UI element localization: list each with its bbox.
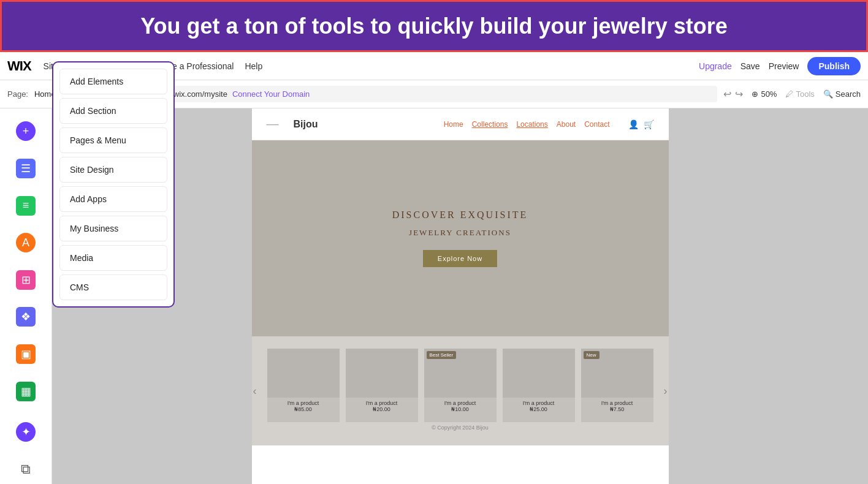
site-nav-contact[interactable]: Contact [584,120,609,129]
search-button[interactable]: 🔍 Search [823,89,861,99]
products-section: ‹ I'm a product ₦85.00 I'm a product ₦20… [252,336,669,445]
promo-banner: You get a ton of tools to quickly build … [0,0,868,52]
hero-title: Discover Exquisite [392,210,528,221]
media-icon: ▣ [16,344,36,364]
connect-domain-link[interactable]: Connect Your Domain [232,89,310,99]
site-nav-collections[interactable]: Collections [472,120,508,129]
zoom-level: 50% [761,89,777,99]
product-name-1: I'm a product [366,400,398,406]
business-icon: ❖ [16,307,36,327]
ai-icon: ✦ [16,422,36,442]
sidebar-item-media[interactable]: ▣ [8,338,44,371]
sidebar-item-apps[interactable]: ⊞ [8,263,44,297]
product-price-0: ₦85.00 [294,406,312,412]
hero-section: Discover Exquisite Jewelry Creations Exp… [252,140,669,336]
preview-button[interactable]: Preview [769,61,799,71]
sidebar-item-layers[interactable]: ⧉ [8,453,44,484]
product-image-0 [267,349,340,398]
product-card-4: New I'm a product ₦7.50 [581,349,653,422]
main-area: + ☰ ≡ A ⊞ ❖ ▣ ▦ ✦ ⧉ Add Elements [0,108,868,484]
popup-my-business[interactable]: My Business [59,216,167,241]
layers-icon: ⧉ [21,461,31,477]
wix-logo: WIX [7,58,31,74]
search-icon: 🔍 [823,89,833,99]
tools-button: 🖊 Tools [785,89,814,99]
save-button[interactable]: Save [740,61,760,71]
popup-pages-menu[interactable]: Pages & Menu [59,127,167,153]
addr-right-controls: ↩ ↪ ⊕ 50% 🖊 Tools 🔍 Search [723,88,861,100]
sidebar-item-sections[interactable]: ☰ [8,152,44,186]
left-sidebar: + ☰ ≡ A ⊞ ❖ ▣ ▦ ✦ ⧉ [0,108,52,484]
sidebar-item-add-elements[interactable]: + [8,115,44,148]
design-icon: A [16,233,36,252]
pages-icon: ≡ [16,196,36,216]
popup-site-design[interactable]: Site Design [59,157,167,183]
popup-cms[interactable]: CMS [59,274,167,300]
zoom-plus-icon: ⊕ [752,89,758,99]
search-label: Search [836,89,861,99]
forward-arrow-icon[interactable]: ↪ [735,88,743,100]
site-nav-about[interactable]: About [557,120,576,129]
carousel-right-arrow[interactable]: › [664,385,668,398]
site-logo-name: Bijou [294,119,318,130]
site-copyright: © Copyright 2024 Bijou [258,422,663,433]
hero-cta-button[interactable]: Explore Now [423,250,497,267]
product-image-1 [346,349,418,398]
upgrade-link[interactable]: Upgrade [699,61,732,71]
tools-icon: 🖊 [785,89,793,99]
history-navigation: ↩ ↪ [723,88,743,100]
product-name-3: I'm a product [523,400,555,406]
product-price-3: ₦25.00 [530,406,547,412]
banner-text: You get a ton of tools to quickly build … [140,13,727,39]
apps-icon: ⊞ [16,270,36,290]
sidebar-popup-menu: Add Elements Add Section Pages & Menu Si… [52,61,175,308]
popup-add-section[interactable]: Add Section [59,98,167,124]
site-cart-icon: 🛒 [644,119,654,129]
add-elements-icon: + [16,121,36,141]
url-bar[interactable]: https://www.wix.com/mysite Connect Your … [123,86,718,102]
site-nav-links: Home Collections Locations About Contact [444,120,610,129]
popup-add-apps[interactable]: Add Apps [59,186,167,212]
site-logo-dash: — [267,117,279,131]
product-name-2: I'm a product [444,400,476,406]
page-label: Page: [7,89,28,99]
site-nav-icons: 👤 🛒 [628,119,654,129]
site-preview: — Bijou Home Collections Locations About… [252,108,669,484]
site-nav-home[interactable]: Home [444,120,463,129]
product-card-0: I'm a product ₦85.00 [267,349,340,422]
product-price-2: ₦10.00 [451,406,469,412]
site-user-icon: 👤 [628,119,639,129]
topbar-actions: Upgrade Save Preview Publish [699,57,861,75]
zoom-control[interactable]: ⊕ 50% [752,89,777,99]
product-image-3 [503,349,575,398]
hero-subtitle: Jewelry Creations [409,228,511,238]
product-badge-4: New [584,351,600,359]
product-card-3: I'm a product ₦25.00 [503,349,575,422]
product-name-0: I'm a product [287,400,319,406]
product-card-2: Best Seller I'm a product ₦10.00 [424,349,497,422]
nav-help[interactable]: Help [245,61,262,71]
site-navbar: — Bijou Home Collections Locations About… [252,108,669,140]
back-arrow-icon[interactable]: ↩ [723,88,731,100]
sidebar-item-pages[interactable]: ≡ [8,189,44,222]
product-badge-2: Best Seller [427,351,457,359]
popup-media[interactable]: Media [59,245,167,271]
carousel-left-arrow[interactable]: ‹ [253,385,257,398]
sidebar-item-business[interactable]: ❖ [8,300,44,334]
cms-icon: ▦ [16,382,36,401]
product-price-1: ₦20.00 [373,406,390,412]
sidebar-item-cms[interactable]: ▦ [8,374,44,408]
products-row: I'm a product ₦85.00 I'm a product ₦20.0… [258,349,663,422]
product-price-4: ₦7.50 [610,406,625,412]
product-card-1: I'm a product ₦20.00 [346,349,418,422]
site-nav-locations[interactable]: Locations [516,120,547,129]
popup-add-elements[interactable]: Add Elements [59,69,167,94]
sections-icon: ☰ [16,159,36,178]
tools-label: Tools [796,89,814,99]
sidebar-item-design[interactable]: A [8,226,44,260]
publish-button[interactable]: Publish [807,57,861,75]
sidebar-item-ai[interactable]: ✦ [8,415,44,449]
product-name-4: I'm a product [601,400,633,406]
